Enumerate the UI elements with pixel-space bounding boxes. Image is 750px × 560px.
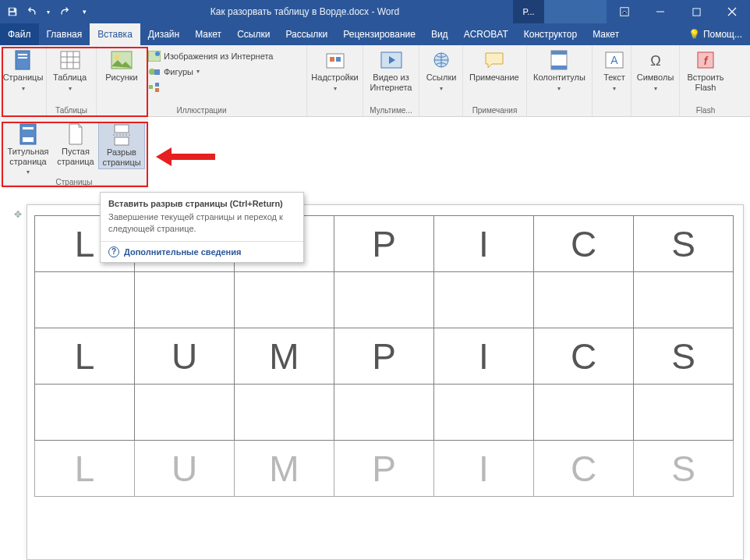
pages-button[interactable]: Страницы (3, 48, 43, 94)
table-cell[interactable]: C (534, 441, 634, 497)
tab-review[interactable]: Рецензирование (335, 23, 423, 45)
table-cell[interactable]: I (434, 328, 534, 385)
close-button[interactable] (714, 0, 750, 23)
svg-text:A: A (610, 54, 618, 66)
addins-button[interactable]: Надстройки (310, 48, 359, 94)
svg-rect-23 (551, 51, 567, 55)
table-move-handle-icon[interactable]: ✥ (14, 209, 22, 220)
table-cell[interactable]: L (35, 441, 135, 497)
table-button[interactable]: Таблица (50, 48, 90, 94)
pages-icon (12, 49, 34, 71)
text-button[interactable]: A Текст (596, 48, 633, 94)
tab-layout[interactable]: Макет (187, 23, 229, 45)
ribbon-options-icon[interactable] (607, 0, 642, 23)
undo-dropdown-icon[interactable]: ▾ (44, 2, 53, 21)
links-button[interactable]: Ссылки (423, 48, 460, 94)
table-cell[interactable] (634, 272, 734, 328)
tab-file[interactable]: Файл (0, 23, 39, 45)
qat-customize-icon[interactable]: ▾ (75, 2, 94, 21)
table-cell[interactable] (35, 385, 135, 441)
table-cell[interactable]: L (35, 328, 135, 385)
pictures-button[interactable]: Рисунки (100, 48, 143, 84)
user-area[interactable] (544, 0, 607, 23)
table-cell[interactable] (534, 385, 634, 441)
svg-rect-5 (18, 54, 27, 55)
tab-acrobat[interactable]: ACROBAT (456, 23, 516, 45)
table-row[interactable] (35, 385, 734, 441)
tab-references[interactable]: Ссылки (229, 23, 278, 45)
more-illustrations-button[interactable] (145, 80, 276, 94)
tooltip-more-link[interactable]: ? Дополнительные сведения (101, 241, 303, 262)
table-cell[interactable]: C (534, 328, 634, 385)
tooltip-body: Завершение текущей страницы и переход к … (101, 211, 303, 241)
tab-layout2[interactable]: Макет (585, 23, 627, 45)
shapes-button[interactable]: Фигуры ▾ (145, 65, 276, 79)
table-cell[interactable] (135, 385, 235, 441)
table-cell[interactable] (235, 272, 334, 328)
table-cell[interactable] (334, 385, 434, 441)
table-cell[interactable]: S (634, 216, 734, 272)
chevron-down-icon (69, 83, 72, 93)
page-break-button[interactable]: Разрыв страницы (98, 122, 145, 169)
online-video-button[interactable]: Видео из Интернета (366, 48, 416, 94)
tab-insert[interactable]: Вставка (90, 23, 140, 45)
table-cell[interactable]: U (135, 441, 235, 497)
maximize-button[interactable] (678, 0, 714, 23)
table-cell[interactable] (534, 272, 634, 328)
page-break-tooltip: Вставить разрыв страницы (Ctrl+Return) З… (100, 192, 304, 263)
cover-page-icon (17, 123, 39, 145)
table-cell[interactable]: P (334, 441, 434, 497)
cover-page-button[interactable]: Титульная страница (3, 122, 53, 178)
table-cell[interactable]: S (634, 328, 734, 385)
table-cell[interactable]: P (334, 216, 434, 272)
svg-rect-18 (330, 57, 334, 62)
svg-rect-34 (115, 137, 129, 145)
table-row[interactable]: LUMPICS (35, 328, 734, 385)
group-label: Иллюстрации (97, 106, 306, 116)
table-cell[interactable] (334, 272, 434, 328)
svg-rect-32 (23, 137, 34, 142)
svg-rect-13 (154, 69, 160, 75)
tab-design[interactable]: Дизайн (140, 23, 187, 45)
table-cell[interactable]: M (235, 441, 334, 497)
table-cell[interactable] (434, 272, 534, 328)
tell-me-help[interactable]: 💡 Помощ... (681, 23, 750, 45)
blank-page-icon (65, 123, 87, 145)
table-cell[interactable]: C (534, 216, 634, 272)
svg-point-12 (149, 69, 155, 75)
table-cell[interactable] (235, 385, 334, 441)
online-pictures-button[interactable]: Изображения из Интернета (145, 49, 276, 63)
chevron-down-icon (613, 83, 616, 93)
tab-constructor[interactable]: Конструктор (516, 23, 585, 45)
symbols-button[interactable]: Ω Символы (635, 48, 676, 94)
svg-rect-3 (692, 8, 699, 15)
table-cell[interactable]: P (334, 328, 434, 385)
table-cell[interactable] (634, 385, 734, 441)
table-cell[interactable]: I (434, 441, 534, 497)
group-label: Мультиме... (363, 106, 419, 116)
comment-button[interactable]: Примечание (466, 48, 522, 84)
tooltip-title: Вставить разрыв страницы (Ctrl+Return) (101, 193, 303, 211)
chevron-down-icon (334, 83, 337, 93)
table-cell[interactable] (35, 272, 135, 328)
tab-view[interactable]: Вид (423, 23, 456, 45)
minimize-button[interactable] (642, 0, 678, 23)
undo-icon[interactable] (23, 2, 42, 21)
headers-footers-button[interactable]: Колонтитулы (530, 48, 589, 94)
save-icon[interactable] (3, 2, 22, 21)
table-cell[interactable] (434, 385, 534, 441)
table-cell[interactable]: U (135, 328, 235, 385)
table-row[interactable] (35, 272, 734, 328)
table-cell[interactable]: S (634, 441, 734, 497)
blank-page-button[interactable]: Пустая страница (53, 122, 98, 168)
tab-mailings[interactable]: Рассылки (278, 23, 335, 45)
table-cell[interactable] (135, 272, 235, 328)
user-badge[interactable]: P... (513, 0, 544, 23)
svg-rect-15 (155, 83, 159, 87)
redo-icon[interactable] (55, 2, 73, 21)
table-cell[interactable]: M (235, 328, 334, 385)
table-row[interactable]: LUMPICS (35, 441, 734, 497)
embed-flash-button[interactable]: f Встроить Flash (683, 48, 728, 94)
table-cell[interactable]: I (434, 216, 534, 272)
tab-home[interactable]: Главная (39, 23, 90, 45)
